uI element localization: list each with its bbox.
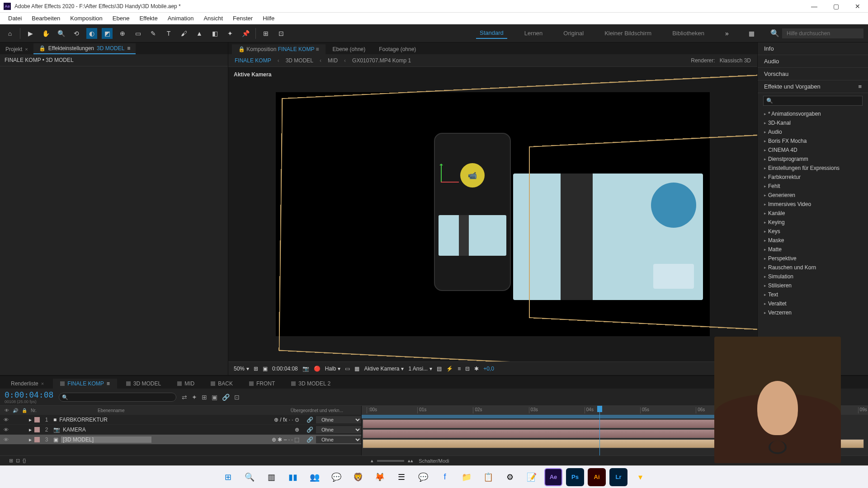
effects-category[interactable]: Veraltet [760, 299, 865, 308]
fast-preview-icon[interactable]: ⚡ [446, 366, 453, 372]
workspace-grid-icon[interactable]: ▦ [746, 28, 757, 39]
exposure-value[interactable]: +0,0 [483, 366, 494, 372]
current-time[interactable]: 0:00:04:08 [272, 366, 298, 372]
mask-icon[interactable]: ▣ [263, 366, 268, 372]
bc-3dmodel[interactable]: 3D MODEL [286, 57, 313, 64]
effects-category[interactable]: Text [760, 290, 865, 299]
roto-tool-icon[interactable]: ✦ [225, 28, 236, 39]
effects-category[interactable]: Maske [760, 236, 865, 245]
home-tool-icon[interactable]: ⌂ [5, 28, 15, 39]
bc-finale[interactable]: FINALE KOMP [235, 57, 271, 64]
after-effects-icon[interactable]: Ae [544, 468, 562, 486]
help-search-input[interactable] [782, 28, 863, 38]
taskview-icon[interactable]: ▥ [262, 468, 280, 486]
tl-tab-3dmodel[interactable]: 3D MODEL [119, 379, 168, 389]
tl-tab-back[interactable]: BACK [203, 379, 240, 389]
app-icon[interactable]: ▾ [631, 468, 649, 486]
toggle-switches-icon[interactable]: {} [23, 458, 26, 464]
snap-icon[interactable]: ⊞ [260, 28, 271, 39]
layer-tab[interactable]: Ebene (ohne) [326, 44, 372, 54]
flowchart-icon[interactable]: ⊟ [465, 366, 470, 372]
notepad-icon[interactable]: 📝 [523, 468, 541, 486]
firefox-icon[interactable]: 🦊 [371, 468, 389, 486]
tl-tool-icon[interactable]: ⊡ [234, 394, 240, 401]
effects-category[interactable]: 3D-Kanal [760, 118, 865, 127]
layer-color-chip[interactable] [34, 427, 40, 432]
panel-vorschau[interactable]: Vorschau [758, 68, 868, 80]
type-tool-icon[interactable]: T [163, 28, 174, 39]
minimize-button[interactable]: — [807, 2, 821, 11]
bc-mid[interactable]: MID [328, 57, 338, 64]
menu-datei[interactable]: Datei [4, 14, 26, 23]
taskbar-search-icon[interactable]: 🔍 [241, 468, 259, 486]
effects-category[interactable]: * Animationsvorgaben [760, 109, 865, 118]
stamp-tool-icon[interactable]: ▲ [194, 28, 205, 39]
tl-tab-front[interactable]: FRONT [242, 379, 282, 389]
messenger-icon[interactable]: 💬 [414, 468, 432, 486]
rotate-tool-icon[interactable]: ◐ [86, 28, 97, 39]
zoom-out-icon[interactable]: ▴ [371, 458, 373, 464]
effects-category[interactable]: Matte [760, 245, 865, 254]
tl-tool-icon[interactable]: ⇄ [182, 394, 187, 401]
work-area-bar[interactable] [362, 415, 716, 418]
menu-komposition[interactable]: Komposition [66, 14, 107, 23]
shape-tool-icon[interactable]: ▭ [132, 28, 143, 39]
anchor-tool-icon[interactable]: ⊕ [117, 28, 128, 39]
workspace-standard[interactable]: Standard [476, 28, 507, 39]
layer-bar[interactable] [363, 419, 727, 428]
zoom-in-icon[interactable]: ▴▴ [408, 458, 413, 464]
brave-icon[interactable]: 🦁 [349, 468, 367, 486]
view-control[interactable]: Aktive Kamera ▾ [364, 366, 404, 372]
exposure-reset-icon[interactable]: ✱ [474, 366, 479, 372]
maximize-button[interactable]: ▢ [829, 2, 843, 11]
pen-tool-icon[interactable]: ✎ [148, 28, 159, 39]
playhead[interactable] [599, 406, 600, 455]
effects-category[interactable]: CINEMA 4D [760, 145, 865, 155]
parent-selector[interactable]: Ohne [316, 436, 361, 443]
x-axis-icon[interactable] [441, 182, 459, 183]
facebook-icon[interactable]: f [436, 468, 454, 486]
renderer-value[interactable]: Klassisch 3D [720, 57, 751, 64]
effects-category[interactable]: Rauschen und Korn [760, 263, 865, 272]
visibility-toggle-icon[interactable]: 👁 [4, 437, 10, 442]
snap2-icon[interactable]: ⊡ [276, 28, 287, 39]
puppet-tool-icon[interactable]: 📌 [240, 28, 251, 39]
effects-category[interactable]: Farbkorrektur [760, 173, 865, 182]
layer-row[interactable]: 👁▸ 2 📷 KAMERA ⊕ 🔗 Ohne [0, 425, 361, 435]
tl-tab-3dmodel2[interactable]: 3D MODEL 2 [284, 379, 338, 389]
parent-selector[interactable]: Ohne [316, 416, 361, 423]
workspace-kleiner[interactable]: Kleiner Bildschirm [601, 28, 655, 38]
effects-category[interactable]: Perspektive [760, 254, 865, 263]
bc-gx[interactable]: GX010707.MP4 Komp 1 [352, 57, 411, 64]
effects-category[interactable]: Dienstprogramm [760, 155, 865, 164]
effects-category[interactable]: Generieren [760, 191, 865, 200]
layer-row[interactable]: 👁▸ 1 ■ FARBKORREKTUR ⊕ / fx · · ⊙ 🔗 Ohne [0, 415, 361, 425]
panel-menu-icon[interactable]: ≡ [858, 83, 862, 90]
tab-projekt[interactable]: Projekt× [0, 44, 33, 54]
tl-tool-icon[interactable]: ✦ [192, 394, 197, 401]
views-control[interactable]: 1 Ansi... ▾ [408, 366, 432, 372]
app-icon[interactable]: ☰ [392, 468, 410, 486]
pixel-aspect-icon[interactable]: ▤ [437, 366, 442, 372]
orbit-tool-icon[interactable]: ⟲ [71, 28, 82, 39]
comp-frame[interactable]: 📹 [276, 92, 710, 336]
widgets-icon[interactable]: ▮▮ [284, 468, 302, 486]
visibility-toggle-icon[interactable]: 👁 [4, 427, 10, 432]
workspace-bibliotheken[interactable]: Bibliotheken [669, 28, 708, 38]
effects-category[interactable]: Kanäle [760, 209, 865, 218]
channel-icon[interactable]: 🔴 [314, 366, 321, 372]
tl-tool-icon[interactable]: ⊞ [202, 394, 207, 401]
toggle-switches-icon[interactable]: ⊞ [9, 458, 13, 464]
timeline-icon[interactable]: ≡ [458, 366, 461, 372]
effects-category[interactable]: Fehlt [760, 182, 865, 191]
panel-audio[interactable]: Audio [758, 55, 868, 68]
hand-tool-icon[interactable]: ✋ [40, 28, 51, 39]
teams-icon[interactable]: 👥 [306, 468, 324, 486]
tl-tool-icon[interactable]: 🔗 [222, 394, 230, 401]
panel-effects-header[interactable]: Effekte und Vorgaben≡ [758, 80, 868, 93]
resolution-control[interactable]: Halb ▾ [325, 366, 341, 372]
workspace-more-icon[interactable]: » [722, 28, 732, 39]
layer-row[interactable]: 👁▸ 3 ▣ [3D MODEL] ⊕ ✱ – · · ⬚ 🔗 Ohne [0, 435, 361, 445]
tl-tab-finale[interactable]: FINALE KOMP ≡ [53, 379, 117, 389]
workspace-original[interactable]: Original [560, 28, 587, 38]
